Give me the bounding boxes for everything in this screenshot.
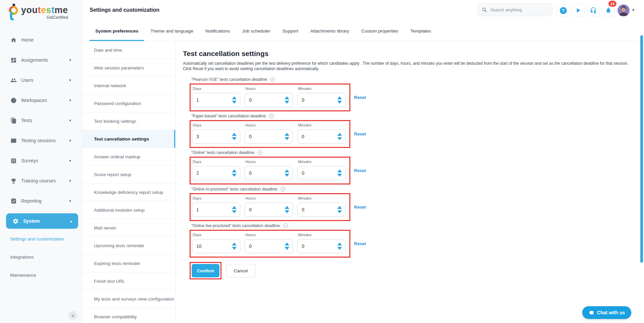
help-circle-icon[interactable]: ? <box>269 114 274 118</box>
help-circle-icon[interactable]: ? <box>258 150 262 155</box>
sidebar-item-system[interactable]: System ▴ <box>6 213 78 229</box>
menu-item-test-cancellation-settings[interactable]: Test cancellation settings <box>82 130 175 148</box>
spin-up-button[interactable] <box>285 243 289 246</box>
spin-down-button[interactable] <box>285 247 289 250</box>
tab-custom-properties[interactable]: Custom properties <box>355 21 404 41</box>
app-logo[interactable]: youtestme GetCertified <box>7 3 68 22</box>
spin-down-button[interactable] <box>232 137 237 140</box>
minutes-input[interactable] <box>302 207 325 212</box>
spin-down-button[interactable] <box>285 174 289 177</box>
menu-item-knowledge-deficiency-report-setup[interactable]: Knowledge deficiency report setup <box>82 183 175 201</box>
reset-link[interactable]: Reset <box>354 241 366 246</box>
menu-item-upcoming-tests-reminder[interactable]: Upcoming tests reminder <box>82 237 175 255</box>
sidebar-collapse-button[interactable]: « <box>68 311 77 320</box>
tab-job-scheduler[interactable]: Job scheduler <box>236 21 276 41</box>
hours-input[interactable] <box>249 134 273 139</box>
days-input[interactable] <box>196 170 220 176</box>
help-circle-icon[interactable]: ? <box>283 223 288 228</box>
sidebar-subitem-integrations[interactable]: Integrations <box>10 255 34 260</box>
spin-up-button[interactable] <box>232 206 237 209</box>
sidebar-item-training-courses[interactable]: Training courses ▾ <box>0 173 82 189</box>
tab-attachments-library[interactable]: Attachments library <box>304 21 355 41</box>
spin-down-button[interactable] <box>232 247 237 250</box>
minutes-input[interactable] <box>302 170 325 176</box>
menu-item-test-booking-settings[interactable]: Test booking settings <box>82 112 175 130</box>
tab-support[interactable]: Support <box>277 21 304 41</box>
spin-up-button[interactable] <box>285 169 289 172</box>
cancel-button[interactable]: Cancel <box>226 264 255 277</box>
sidebar-subitem-settings-and-customization[interactable]: Settings and customization <box>10 236 64 241</box>
search-input[interactable] <box>490 7 547 12</box>
profile-chevron-down-icon[interactable]: ▾ <box>632 7 635 12</box>
menu-item-score-report-setup[interactable]: Score report setup <box>82 166 175 183</box>
sidebar-item-assignments[interactable]: Assignments ▾ <box>0 52 82 68</box>
reset-link[interactable]: Reset <box>354 95 366 100</box>
menu-item-mail-server[interactable]: Mail server <box>82 219 175 237</box>
days-input[interactable] <box>196 97 220 103</box>
spin-up-button[interactable] <box>337 243 342 246</box>
sidebar-item-workspaces[interactable]: Workspaces ▾ <box>0 92 82 108</box>
tab-templates[interactable]: Templates <box>404 21 437 41</box>
sidebar-item-tests[interactable]: Tests ▾ <box>0 112 82 128</box>
spin-up-button[interactable] <box>285 133 289 136</box>
reset-link[interactable]: Reset <box>354 168 366 173</box>
days-input[interactable] <box>196 134 220 139</box>
menu-item-web-session-parameters[interactable]: Web session parameters <box>82 59 175 77</box>
spin-down-button[interactable] <box>337 101 342 104</box>
reset-link[interactable]: Reset <box>354 131 366 137</box>
sidebar-item-reporting[interactable]: Reporting ▾ <box>0 193 82 209</box>
sidebar-item-home[interactable]: Home <box>0 32 82 48</box>
spin-up-button[interactable] <box>337 133 342 136</box>
sidebar-subitem-maintenance[interactable]: Maintenance <box>10 273 36 278</box>
spin-down-button[interactable] <box>337 174 342 177</box>
help-circle-icon[interactable]: ? <box>281 187 285 192</box>
spin-down-button[interactable] <box>285 210 289 213</box>
tab-system-preferences[interactable]: System preferences <box>89 21 144 41</box>
hours-input[interactable] <box>249 244 273 249</box>
sidebar-item-surveys[interactable]: Surveys ▾ <box>0 153 82 169</box>
search-box[interactable] <box>477 3 552 16</box>
help-button[interactable]: ? <box>557 4 569 17</box>
menu-item-password-configuration[interactable]: Password configuration <box>82 95 175 112</box>
confirm-button[interactable]: Confirm <box>192 264 219 277</box>
menu-item-answer-ordinal-markup[interactable]: Answer ordinal markup <box>82 148 175 166</box>
spin-down-button[interactable] <box>232 101 237 104</box>
menu-item-expiring-tests-reminder[interactable]: Expiring tests reminder <box>82 255 175 272</box>
help-circle-icon[interactable]: ? <box>270 77 275 82</box>
sidebar-item-users[interactable]: Users ▾ <box>0 72 82 88</box>
spin-down-button[interactable] <box>285 101 289 104</box>
spin-down-button[interactable] <box>232 210 237 213</box>
spin-up-button[interactable] <box>337 206 342 209</box>
menu-item-internal-network[interactable]: Internal network <box>82 77 175 95</box>
minutes-input[interactable] <box>302 134 325 139</box>
hours-input[interactable] <box>249 97 273 103</box>
minutes-input[interactable] <box>302 97 325 103</box>
minutes-input[interactable] <box>302 244 325 249</box>
spin-up-button[interactable] <box>232 243 237 246</box>
spin-up-button[interactable] <box>285 206 289 209</box>
scrollbar-thumb[interactable] <box>640 35 643 263</box>
spin-up-button[interactable] <box>337 169 342 172</box>
spin-up-button[interactable] <box>285 96 289 99</box>
tutorial-play-button[interactable] <box>572 4 585 17</box>
tab-notifications[interactable]: Notifications <box>199 21 236 41</box>
avatar[interactable] <box>617 4 630 16</box>
spin-down-button[interactable] <box>337 247 342 250</box>
menu-item-finish-test-url[interactable]: Finish test URL <box>82 272 175 290</box>
spin-up-button[interactable] <box>232 96 237 99</box>
hours-input[interactable] <box>249 170 273 176</box>
chat-with-us-button[interactable]: Chat with us <box>582 306 631 319</box>
spin-up-button[interactable] <box>232 133 237 136</box>
sidebar-item-testing-sessions[interactable]: Testing sessions ▾ <box>0 132 82 149</box>
reset-link[interactable]: Reset <box>354 205 366 210</box>
menu-item-my-tests-and-surveys-view-configuration[interactable]: My tests and surveys view configuration <box>82 290 175 308</box>
menu-item-date-and-time[interactable]: Date and time <box>82 41 175 59</box>
days-input[interactable] <box>196 244 220 249</box>
spin-down-button[interactable] <box>285 137 289 140</box>
spin-up-button[interactable] <box>337 96 342 99</box>
spin-down-button[interactable] <box>337 210 342 213</box>
hours-input[interactable] <box>249 207 273 212</box>
menu-item-additional-modules-setup[interactable]: Additional modules setup <box>82 201 175 219</box>
support-button[interactable] <box>587 4 600 17</box>
spin-up-button[interactable] <box>232 169 237 172</box>
